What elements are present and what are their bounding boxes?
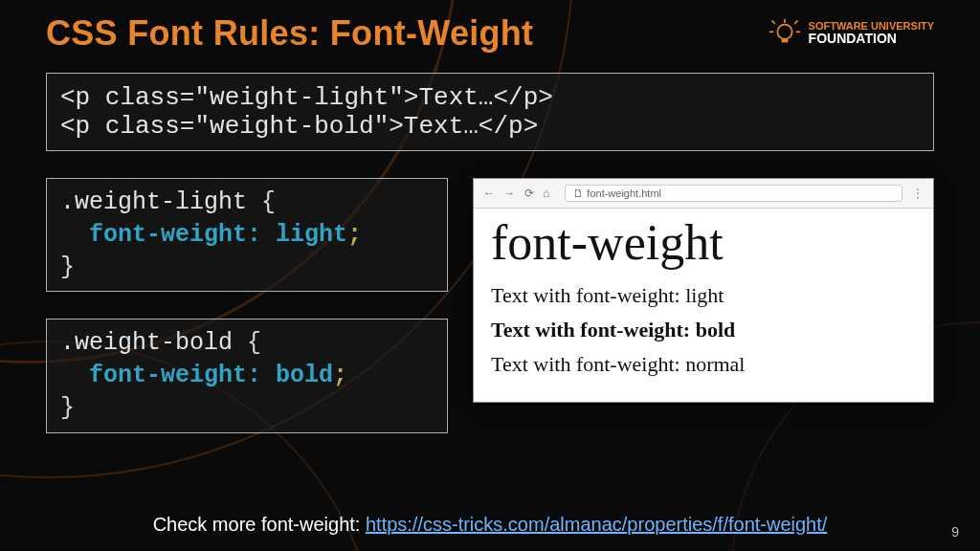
css-code-light: .weight-light { font-weight: light; }	[46, 178, 448, 292]
css-sel-bold: .weight-bold	[60, 329, 233, 357]
menu-icon[interactable]: ⋮	[912, 187, 924, 200]
svg-line-5	[771, 20, 774, 23]
preview-light: Text with font-weight: light	[491, 283, 916, 308]
code-line-2: <p class="weight-bold">Text…</p>	[60, 112, 920, 141]
url-text: font-weight.html	[587, 187, 661, 199]
svg-rect-1	[781, 38, 788, 42]
nav-forward-icon[interactable]: →	[503, 187, 515, 200]
css-prop-bold: font-weight:	[89, 362, 261, 389]
code-line-1: <p class="weight-light">Text…</p>	[60, 83, 920, 112]
preview-bold: Text with font-weight: bold	[491, 318, 916, 342]
html-code-box: <p class="weight-light">Text…</p> <p cla…	[46, 73, 934, 151]
svg-line-6	[794, 20, 797, 23]
preview-normal: Text with font-weight: normal	[491, 352, 916, 377]
nav-reload-icon[interactable]: ⟳	[524, 187, 534, 200]
css-prop-light: font-weight:	[89, 221, 261, 249]
nav-home-icon[interactable]: ⌂	[543, 187, 549, 200]
footer-link[interactable]: https://css-tricks.com/almanac/propertie…	[366, 514, 827, 535]
page-number: 9	[951, 524, 959, 540]
svg-point-0	[777, 25, 791, 39]
address-bar[interactable]: 🗋 font-weight.html	[565, 185, 902, 202]
slide-title: CSS Font Rules: Font-Weight	[46, 13, 533, 54]
css-sel-light: .weight-light	[60, 188, 247, 216]
page-icon: 🗋	[573, 187, 584, 199]
browser-toolbar: ← → ⟳ ⌂ 🗋 font-weight.html ⋮	[474, 179, 933, 209]
browser-preview: ← → ⟳ ⌂ 🗋 font-weight.html ⋮ font-weight…	[473, 178, 934, 403]
nav-back-icon[interactable]: ←	[483, 187, 495, 200]
footer-text: Check more font-weight: https://css-tric…	[0, 514, 980, 536]
logo-text-2: FOUNDATION	[809, 32, 934, 46]
css-code-bold: .weight-bold { font-weight: bold; }	[46, 319, 448, 432]
preview-heading: font-weight	[491, 218, 916, 268]
brand-logo: SOFTWARE UNIVERSITY FOUNDATION	[768, 17, 934, 50]
lightbulb-icon	[768, 17, 801, 50]
